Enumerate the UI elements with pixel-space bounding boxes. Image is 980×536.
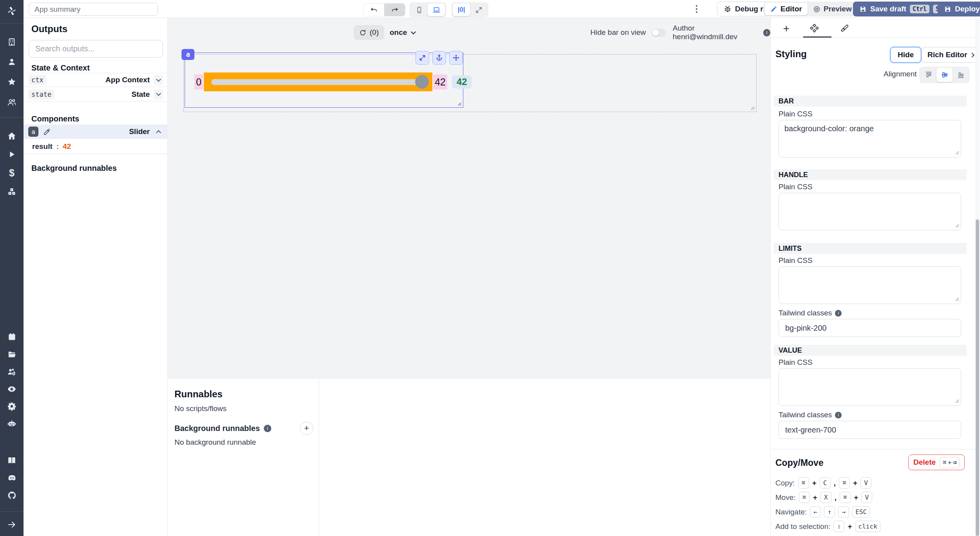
refresh-components-button[interactable]: (0) xyxy=(354,25,384,40)
groups-icon[interactable] xyxy=(6,96,18,108)
value-tailwind-input[interactable] xyxy=(779,421,961,439)
settings-gear-icon[interactable] xyxy=(6,400,18,412)
background-runnables-empty-text: No background runnable xyxy=(174,438,256,447)
mobile-view-button[interactable] xyxy=(410,4,428,16)
result-label: result xyxy=(32,142,53,151)
deploy-label: Deploy xyxy=(955,5,980,13)
runnables-panel: Runnables No scripts/flows Background ru… xyxy=(168,378,770,536)
save-draft-button[interactable]: Save draft Ctrl S xyxy=(853,2,948,16)
tab-insert[interactable]: + xyxy=(775,21,797,36)
anchor-component-button[interactable] xyxy=(432,51,446,65)
preview-tab[interactable]: Preview xyxy=(808,3,857,15)
value-plain-css-textarea[interactable] xyxy=(779,368,961,406)
workspace-building-icon[interactable] xyxy=(6,36,18,48)
copy-shortcut-label: Copy: xyxy=(775,479,795,487)
limits-plain-css-textarea[interactable] xyxy=(779,266,961,304)
expand-component-button[interactable] xyxy=(416,51,429,65)
variables-dollar-icon[interactable]: $ xyxy=(6,167,18,179)
discord-icon[interactable] xyxy=(6,472,18,483)
align-center-button[interactable] xyxy=(936,68,953,82)
top-header: |0| Debug runs Editor xyxy=(24,0,980,18)
handle-plain-css-textarea[interactable] xyxy=(779,193,961,230)
hide-bar-toggle[interactable] xyxy=(652,29,666,37)
resources-cubes-icon[interactable] xyxy=(6,186,18,197)
editor-preview-toggle: Editor Preview xyxy=(764,2,858,16)
slider-max-limit: 42 xyxy=(433,74,447,89)
textarea-resize-icon[interactable] xyxy=(954,150,960,155)
rail-divider xyxy=(0,117,24,118)
scrollbar-track[interactable] xyxy=(975,18,980,536)
redo-icon xyxy=(391,6,399,14)
info-icon[interactable]: i xyxy=(835,412,842,418)
state-expand-button[interactable] xyxy=(154,89,163,100)
textarea-resize-icon[interactable] xyxy=(954,398,960,404)
result-row[interactable]: result : 42 xyxy=(24,139,168,154)
expand-sidebar-arrow-icon[interactable] xyxy=(6,519,18,531)
slider-component[interactable]: a 0 42 42 xyxy=(185,53,463,108)
favorites-star-icon[interactable] xyxy=(6,76,18,88)
rich-editor-button[interactable]: Rich Editor xyxy=(922,47,980,63)
search-outputs-input[interactable] xyxy=(29,40,163,58)
tab-component-settings[interactable] xyxy=(803,21,825,36)
run-mode-dropdown[interactable]: once xyxy=(386,25,419,40)
schedules-calendar-icon[interactable] xyxy=(6,331,18,342)
centered-layout-button[interactable]: |0| xyxy=(453,4,470,16)
redo-button[interactable] xyxy=(384,4,405,16)
rename-pencil-icon[interactable] xyxy=(43,128,51,136)
tab-theme-brush[interactable] xyxy=(833,21,855,36)
slider-track[interactable] xyxy=(211,79,427,85)
component-diamonds-icon xyxy=(809,24,819,34)
github-icon[interactable] xyxy=(6,489,18,501)
user-icon[interactable] xyxy=(6,56,18,68)
canvas-area[interactable]: (0) once Hide bar on view Author henri@w… xyxy=(168,18,770,378)
textarea-resize-icon[interactable] xyxy=(954,223,960,228)
output-row-state[interactable]: state State xyxy=(24,87,168,101)
save-icon xyxy=(859,5,867,13)
info-icon[interactable]: i xyxy=(264,425,271,432)
align-top-button[interactable] xyxy=(920,68,936,82)
save-draft-label: Save draft xyxy=(870,5,906,13)
move-component-button[interactable] xyxy=(449,51,463,65)
chevron-right-icon xyxy=(969,53,975,58)
preview-target-icon xyxy=(813,5,820,13)
hide-bar-control: Hide bar on view xyxy=(590,25,666,40)
fullwidth-button[interactable] xyxy=(470,4,487,16)
windmill-logo-icon[interactable] xyxy=(6,5,18,17)
slider-bar[interactable] xyxy=(204,72,432,91)
limits-tailwind-input[interactable] xyxy=(779,319,961,337)
component-id-badge: a xyxy=(28,127,38,137)
undo-button[interactable] xyxy=(363,4,384,16)
component-row-slider[interactable]: a Slider xyxy=(24,125,168,139)
bar-plain-css-textarea[interactable]: background-color: orange xyxy=(779,120,961,158)
output-row-ctx[interactable]: ctx App Context xyxy=(24,73,168,87)
run-mode-value: once xyxy=(390,28,407,37)
ai-robot-icon[interactable] xyxy=(6,418,18,429)
audit-eye-icon[interactable] xyxy=(6,383,18,395)
ctx-type-label: App Context xyxy=(105,76,150,84)
folders-icon[interactable] xyxy=(6,348,18,360)
more-options-kebab-icon[interactable] xyxy=(695,5,698,13)
desktop-view-button[interactable] xyxy=(428,4,445,16)
container-resize-handle-icon[interactable] xyxy=(750,105,755,110)
info-icon[interactable]: i xyxy=(763,29,770,36)
deploy-button[interactable]: Deploy xyxy=(938,2,980,16)
workers-icon[interactable] xyxy=(6,366,18,378)
align-bottom-button[interactable] xyxy=(953,68,969,82)
docs-book-icon[interactable] xyxy=(6,455,18,466)
scrollbar-thumb[interactable] xyxy=(976,219,979,536)
home-icon[interactable] xyxy=(6,130,18,142)
textarea-resize-icon[interactable] xyxy=(954,296,960,302)
hide-styling-button[interactable]: Hide xyxy=(890,47,921,63)
component-collapse-button[interactable] xyxy=(154,127,163,137)
add-background-runnable-button[interactable]: + xyxy=(300,422,313,435)
component-badge[interactable]: a xyxy=(181,49,194,60)
info-icon[interactable]: i xyxy=(835,310,842,317)
ctx-expand-button[interactable] xyxy=(154,75,163,85)
editor-tab[interactable]: Editor xyxy=(765,3,808,15)
phone-icon xyxy=(416,6,423,14)
delete-component-button[interactable]: Delete ⌘+⌫ xyxy=(908,455,965,470)
app-summary-input[interactable] xyxy=(29,3,158,16)
component-resize-handle-icon[interactable] xyxy=(457,101,462,106)
slider-handle[interactable] xyxy=(415,75,429,89)
runs-play-icon[interactable] xyxy=(6,148,18,160)
